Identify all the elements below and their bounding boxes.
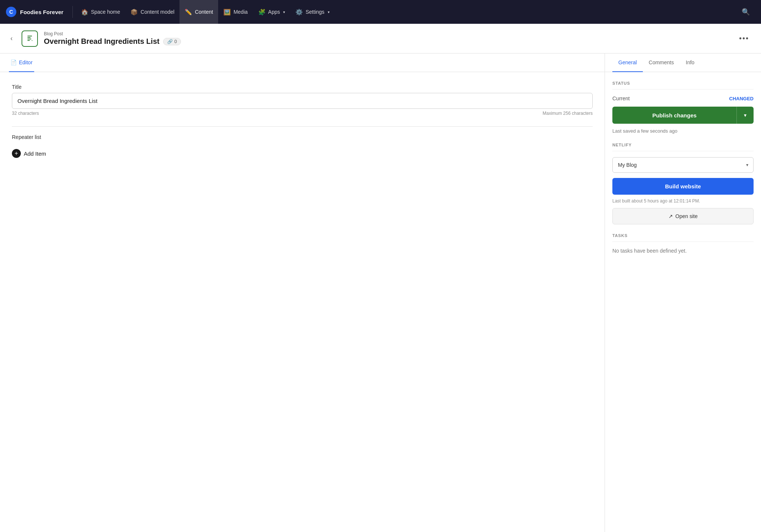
search-button[interactable]: 🔍	[736, 8, 755, 16]
page-header: ‹ Blog Post Overnight Bread Ingredients …	[0, 24, 761, 53]
build-website-label: Build website	[665, 183, 701, 189]
link-badge[interactable]: 🔗 0	[163, 38, 181, 45]
settings-chevron-icon: ▾	[328, 10, 330, 14]
link-icon: 🔗	[167, 39, 173, 44]
last-saved-text: Last saved a few seconds ago	[612, 128, 754, 134]
netlify-section-header: NETLIFY	[612, 143, 754, 151]
title-field-label: Title	[12, 84, 593, 90]
more-menu-button[interactable]: •••	[735, 31, 754, 46]
nav-label-content-model: Content model	[140, 9, 174, 15]
home-icon: 🏠	[81, 9, 88, 16]
brand-logo[interactable]: C Foodies Forever	[6, 7, 64, 17]
nav-item-settings[interactable]: ⚙️ Settings ▾	[290, 0, 335, 24]
tab-comments[interactable]: Comments	[643, 53, 680, 72]
no-tasks-text: No tasks have been defined yet.	[612, 248, 754, 254]
netlify-section: NETLIFY My Blog ▾ Build website Last bui…	[612, 143, 754, 224]
content-type-label: Blog Post	[44, 31, 729, 36]
status-row: Current CHANGED	[612, 95, 754, 101]
right-panel: General Comments Info STATUS Current CHA…	[605, 53, 761, 532]
nav-divider	[72, 6, 73, 18]
tab-general[interactable]: General	[612, 53, 643, 72]
nav-label-content: Content	[195, 9, 213, 15]
repeater-section: Repeater list + Add Item	[12, 126, 593, 161]
repeater-label: Repeater list	[12, 134, 593, 140]
publish-dropdown-chevron-icon[interactable]: ▾	[736, 107, 754, 124]
nav-item-media[interactable]: 🖼️ Media	[218, 0, 253, 24]
right-content: STATUS Current CHANGED Publish changes ▾…	[605, 72, 761, 263]
editor-content: Title 32 characters Maximum 256 characte…	[0, 72, 605, 173]
editor-panel: 📄 Editor Title 32 characters Maximum 256…	[0, 53, 605, 532]
settings-icon: ⚙️	[295, 9, 303, 16]
right-tabs-bar: General Comments Info	[605, 53, 761, 72]
status-current-label: Current	[612, 95, 630, 101]
build-website-button[interactable]: Build website	[612, 178, 754, 195]
title-field-input[interactable]	[12, 93, 593, 109]
open-site-button[interactable]: ↗ Open site	[612, 208, 754, 224]
content-icon: ✏️	[185, 9, 192, 16]
external-link-icon: ↗	[668, 213, 673, 219]
tab-info-label: Info	[686, 59, 694, 65]
netlify-blog-select[interactable]: My Blog	[612, 157, 754, 173]
nav-item-content-model[interactable]: 📦 Content model	[125, 0, 179, 24]
entry-title: Overnight Bread Ingredients List 🔗 0	[44, 37, 729, 46]
editor-tabs-bar: 📄 Editor	[0, 53, 605, 72]
status-changed-badge: CHANGED	[729, 96, 754, 101]
tasks-section-header: TASKS	[612, 233, 754, 242]
nav-label-apps: Apps	[268, 9, 280, 15]
nav-label-media: Media	[233, 9, 247, 15]
open-site-label: Open site	[676, 213, 698, 219]
tab-comments-label: Comments	[649, 59, 674, 65]
netlify-select-wrapper: My Blog ▾	[612, 157, 754, 173]
tab-general-label: General	[618, 59, 637, 65]
publish-button[interactable]: Publish changes ▾	[612, 107, 754, 124]
nav-label-space-home: Space home	[91, 9, 120, 15]
link-count: 0	[174, 39, 177, 44]
nav-item-apps[interactable]: 🧩 Apps ▾	[253, 0, 291, 24]
header-text: Blog Post Overnight Bread Ingredients Li…	[44, 31, 729, 46]
last-built-text: Last built about 5 hours ago at 12:01:14…	[612, 198, 754, 204]
publish-button-label: Publish changes	[612, 107, 736, 124]
tab-info[interactable]: Info	[680, 53, 700, 72]
nav-item-content[interactable]: ✏️ Content	[179, 0, 218, 24]
content-type-icon	[22, 30, 38, 47]
title-field-meta: 32 characters Maximum 256 characters	[12, 111, 593, 116]
main-area: 📄 Editor Title 32 characters Maximum 256…	[0, 53, 761, 532]
entry-title-text: Overnight Bread Ingredients List	[44, 37, 159, 46]
apps-icon: 🧩	[258, 9, 266, 16]
media-icon: 🖼️	[223, 9, 231, 16]
char-count: 32 characters	[12, 111, 39, 116]
nav-item-space-home[interactable]: 🏠 Space home	[76, 0, 126, 24]
tab-editor-label: Editor	[19, 59, 33, 65]
svg-text:C: C	[9, 9, 13, 15]
add-item-label: Add Item	[24, 150, 46, 157]
editor-tab-icon: 📄	[10, 59, 17, 65]
content-model-icon: 📦	[130, 9, 138, 16]
top-navigation: C Foodies Forever 🏠 Space home 📦 Content…	[0, 0, 761, 24]
brand-name: Foodies Forever	[20, 9, 64, 15]
plus-circle-icon: +	[12, 149, 21, 158]
nav-label-settings: Settings	[305, 9, 324, 15]
max-chars: Maximum 256 characters	[543, 111, 593, 116]
tab-editor[interactable]: 📄 Editor	[9, 53, 34, 72]
tasks-section: TASKS No tasks have been defined yet.	[612, 233, 754, 254]
apps-chevron-icon: ▾	[283, 10, 285, 14]
back-button[interactable]: ‹	[7, 32, 16, 45]
status-section-header: STATUS	[612, 81, 754, 90]
add-item-button[interactable]: + Add Item	[12, 146, 593, 161]
title-field-group: Title 32 characters Maximum 256 characte…	[12, 84, 593, 116]
